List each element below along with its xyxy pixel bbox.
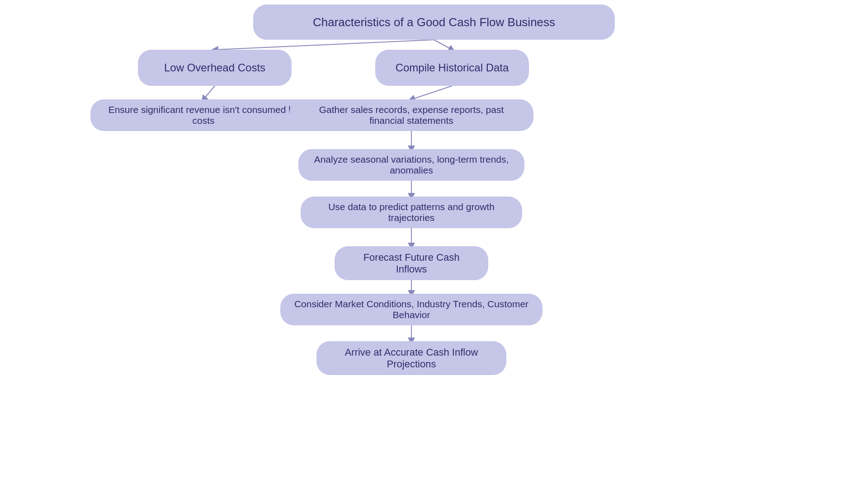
analyze-seasonal-node: Analyze seasonal variations, long-term t… [298,149,524,181]
svg-line-0 [215,40,434,50]
svg-line-2 [203,86,215,99]
svg-line-3 [411,86,452,99]
gather-sales-node: Gather sales records, expense reports, p… [289,99,533,131]
ensure-revenue-node: Ensure significant revenue isn't consume… [90,99,316,131]
compile-historical-node: Compile Historical Data [375,50,529,86]
diagram-container: Characteristics of a Good Cash Flow Busi… [0,0,868,488]
use-data-node: Use data to predict patterns and growth … [301,197,522,228]
arrive-node: Arrive at Accurate Cash Inflow Projectio… [316,341,506,375]
forecast-node: Forecast Future Cash Inflows [335,246,488,280]
low-overhead-node: Low Overhead Costs [138,50,292,86]
consider-market-node: Consider Market Conditions, Industry Tre… [280,294,542,325]
svg-line-1 [434,40,452,50]
root-node: Characteristics of a Good Cash Flow Busi… [253,5,615,40]
